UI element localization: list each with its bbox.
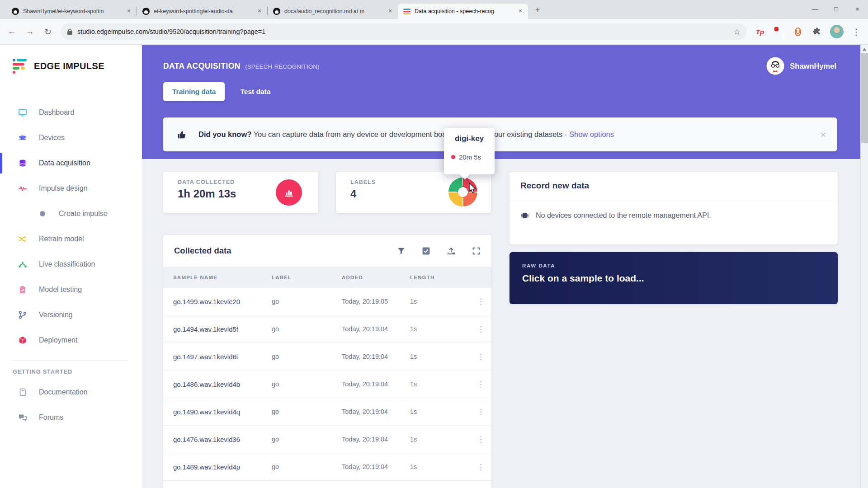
browser-tab-1[interactable]: ShawnHymel/ei-keyword-spottin × bbox=[6, 4, 137, 19]
clipboard-check-icon bbox=[18, 285, 27, 294]
table-row[interactable]: go.1494.wav.1kevld5f go Today, 20:19:04 … bbox=[163, 315, 491, 343]
chip-icon bbox=[520, 211, 529, 220]
github-icon bbox=[142, 8, 150, 15]
select-checkbox-icon[interactable] bbox=[422, 247, 430, 255]
col-label: LABEL bbox=[272, 275, 342, 280]
browser-tab-2[interactable]: ei-keyword-spotting/ei-audio-da × bbox=[137, 4, 267, 19]
monitor-icon bbox=[18, 108, 27, 117]
table-row[interactable]: go.1489.wav.1kevld4p go Today, 20:19:04 … bbox=[163, 453, 491, 481]
page-head: DATA ACQUISITION (SPEECH-RECOGNITION) bbox=[163, 61, 319, 71]
tab-strip: ShawnHymel/ei-keyword-spottin × ei-keywo… bbox=[0, 0, 868, 19]
data-tabs: Training data Test data bbox=[163, 82, 279, 101]
browser-profile-avatar[interactable] bbox=[830, 25, 844, 38]
thumbs-up-icon bbox=[177, 130, 187, 140]
row-menu-kebab-icon[interactable]: ⋮ bbox=[470, 297, 491, 306]
github-icon bbox=[273, 8, 280, 15]
sidebar-item-live-classification[interactable]: Live classification bbox=[0, 252, 142, 277]
sidebar-item-documentation[interactable]: Documentation bbox=[0, 380, 142, 405]
no-devices-message: No devices connected to the remote manag… bbox=[536, 211, 711, 220]
sidebar-item-create-impulse[interactable]: Create impulse bbox=[0, 201, 142, 226]
tab-training-data[interactable]: Training data bbox=[163, 82, 225, 101]
project-name: (SPEECH-RECOGNITION) bbox=[245, 63, 319, 70]
window-controls: — □ × bbox=[804, 0, 868, 19]
row-menu-kebab-icon[interactable]: ⋮ bbox=[470, 352, 491, 361]
new-tab-button[interactable]: + bbox=[531, 4, 544, 17]
chip-icon bbox=[18, 133, 27, 142]
forward-button[interactable]: → bbox=[24, 27, 35, 37]
sidebar-item-retrain-model[interactable]: Retrain model bbox=[0, 226, 142, 252]
row-menu-kebab-icon[interactable]: ⋮ bbox=[470, 462, 491, 472]
user-chip[interactable]: ShawnHymel bbox=[766, 57, 836, 75]
url-text[interactable]: studio.edgeimpulse.com/studio/9520/acqui… bbox=[77, 28, 729, 35]
table-row[interactable]: go.1490.wav.1kevld4q go Today, 20:19:04 … bbox=[163, 398, 491, 426]
minimize-button[interactable]: — bbox=[804, 0, 826, 19]
waveform-icon bbox=[18, 184, 27, 193]
table-row[interactable]: go.1497.wav.1kevld6i go Today, 20:19:04 … bbox=[163, 343, 491, 371]
extension-tp-icon[interactable]: Tp bbox=[754, 28, 766, 36]
raw-data-card: RAW DATA Click on a sample to load... bbox=[509, 252, 838, 304]
github-icon bbox=[12, 8, 19, 15]
cube-icon bbox=[18, 336, 27, 345]
row-menu-kebab-icon[interactable]: ⋮ bbox=[470, 407, 491, 417]
labels-card: LABELS 4 bbox=[336, 172, 491, 213]
close-window-button[interactable]: × bbox=[847, 0, 868, 19]
tab-title: Data acquisition - speech-recog bbox=[415, 8, 512, 14]
data-collected-card: DATA COLLECTED 1h 20m 13s bbox=[163, 172, 318, 213]
sidebar-item-model-testing[interactable]: Model testing bbox=[0, 277, 142, 302]
mouse-cursor bbox=[468, 183, 479, 194]
page-title: DATA ACQUISITION bbox=[163, 61, 241, 70]
table-row[interactable]: go.1499.wav.1kevle20 go Today, 20:19:05 … bbox=[163, 288, 491, 315]
scroll-up-arrow[interactable] bbox=[861, 45, 868, 53]
banner-close-icon[interactable]: × bbox=[818, 129, 829, 140]
sidebar-item-impulse-design[interactable]: Impulse design bbox=[0, 176, 142, 201]
table-row[interactable]: go.1476.wav.1kevld36 go Today, 20:19:04 … bbox=[163, 426, 491, 453]
browser-menu-kebab-icon[interactable]: ⋮ bbox=[851, 27, 862, 37]
back-button[interactable]: ← bbox=[6, 27, 17, 37]
reload-button[interactable]: ↻ bbox=[42, 27, 53, 37]
edge-impulse-logo[interactable]: EDGE IMPULSE bbox=[0, 59, 142, 74]
expand-icon[interactable] bbox=[472, 247, 481, 255]
sidebar-item-dashboard[interactable]: Dashboard bbox=[0, 100, 142, 125]
row-menu-kebab-icon[interactable]: ⋮ bbox=[470, 324, 491, 334]
browser-tab-3[interactable]: docs/audio_recognition.md at m × bbox=[268, 4, 398, 19]
sidebar-item-deployment[interactable]: Deployment bbox=[0, 328, 142, 353]
table-row[interactable]: go.1486.wav.1kevld4b go Today, 20:19:04 … bbox=[163, 371, 491, 398]
user-avatar bbox=[766, 57, 784, 75]
tab-title: ei-keyword-spotting/ei-audio-da bbox=[154, 8, 251, 14]
row-menu-kebab-icon[interactable]: ⋮ bbox=[470, 380, 491, 389]
tab-close-icon[interactable]: × bbox=[125, 7, 133, 15]
address-bar[interactable]: studio.edgeimpulse.com/studio/9520/acqui… bbox=[61, 23, 747, 40]
extensions-puzzle-icon[interactable] bbox=[811, 27, 823, 36]
book-icon bbox=[18, 388, 27, 397]
app-frame: EDGE IMPULSE Dashboard Devices Data acqu… bbox=[0, 45, 868, 488]
database-icon bbox=[18, 159, 27, 168]
shuffle-icon bbox=[18, 235, 27, 244]
browser-toolbar: ← → ↻ studio.edgeimpulse.com/studio/9520… bbox=[0, 19, 868, 45]
sidebar-item-data-acquisition[interactable]: Data acquisition bbox=[0, 150, 142, 176]
scrollbar-thumb[interactable] bbox=[861, 53, 868, 143]
chart-tooltip: digi-key 20m 5s bbox=[444, 128, 495, 174]
browser-tab-active[interactable]: Data acquisition - speech-recog × bbox=[398, 4, 528, 19]
tab-close-icon[interactable]: × bbox=[255, 7, 264, 15]
record-new-data-card: Record new data No devices connected to … bbox=[509, 172, 838, 244]
tab-close-icon[interactable]: × bbox=[386, 7, 394, 15]
sidebar-item-devices[interactable]: Devices bbox=[0, 125, 142, 150]
sidebar-item-versioning[interactable]: Versioning bbox=[0, 302, 142, 328]
maximize-button[interactable]: □ bbox=[826, 0, 847, 19]
filter-icon[interactable] bbox=[397, 247, 406, 255]
git-branch-icon bbox=[18, 310, 27, 319]
tab-title: ShawnHymel/ei-keyword-spottin bbox=[23, 8, 121, 14]
tab-test-data[interactable]: Test data bbox=[231, 82, 279, 101]
extension-u-icon[interactable]: U bbox=[792, 28, 804, 36]
upload-icon[interactable] bbox=[447, 247, 456, 255]
col-sample-name: SAMPLE NAME bbox=[173, 275, 272, 280]
tab-close-icon[interactable]: × bbox=[516, 7, 524, 15]
show-options-link[interactable]: Show options bbox=[569, 130, 614, 138]
row-menu-kebab-icon[interactable]: ⋮ bbox=[470, 435, 491, 444]
page-scrollbar[interactable] bbox=[860, 45, 868, 488]
bezier-curve-icon bbox=[18, 260, 27, 269]
sidebar-item-forums[interactable]: Forums bbox=[0, 405, 142, 430]
bookmark-star-icon[interactable]: ☆ bbox=[734, 27, 741, 37]
collected-data-card: Collected data bbox=[163, 235, 491, 488]
table-header: SAMPLE NAME LABEL ADDED LENGTH bbox=[163, 267, 491, 288]
